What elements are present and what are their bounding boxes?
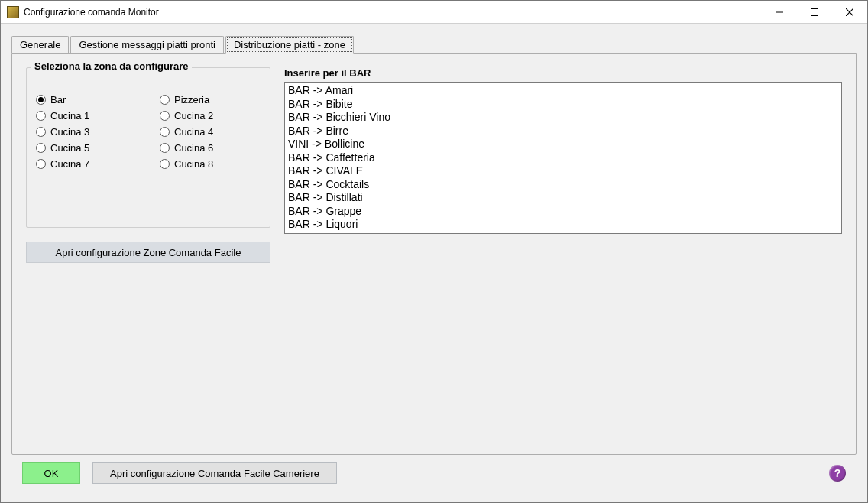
radio-cucina-8[interactable]: Cucina 8 xyxy=(160,158,261,170)
radio-label: Cucina 1 xyxy=(50,110,89,122)
radio-label: Cucina 3 xyxy=(50,126,89,138)
radio-cucina-5[interactable]: Cucina 5 xyxy=(36,142,137,154)
radio-dot-icon xyxy=(36,159,46,169)
close-button[interactable] xyxy=(832,1,867,23)
title-bar: Configurazione comanda Monitor xyxy=(1,1,867,24)
radio-label: Cucina 4 xyxy=(174,126,213,138)
radio-label: Cucina 7 xyxy=(50,158,89,170)
radio-dot-icon xyxy=(160,143,170,153)
radio-cucina-1[interactable]: Cucina 1 xyxy=(36,110,137,122)
radio-dot-icon xyxy=(36,95,46,105)
list-item[interactable]: BAR -> Amari xyxy=(288,84,838,98)
button-label: Apri configurazione Comanda Facile Camer… xyxy=(110,468,319,479)
zone-legend: Seleziona la zona da configurare xyxy=(31,60,192,72)
tab-generale[interactable]: Generale xyxy=(11,36,69,53)
radio-label: Pizzeria xyxy=(174,94,209,105)
button-label: Apri configurazione Zone Comanda Facile xyxy=(56,247,241,258)
list-item[interactable]: BAR -> Grappe xyxy=(288,205,838,219)
list-item[interactable]: BAR -> Bibite xyxy=(288,98,838,112)
minimize-button[interactable] xyxy=(762,1,797,23)
help-glyph: ? xyxy=(834,467,841,479)
ok-button[interactable]: OK xyxy=(22,462,80,484)
tabs: Generale Gestione messaggi piatti pronti… xyxy=(11,34,857,53)
categories-listbox[interactable]: BAR -> AmariBAR -> BibiteBAR -> Bicchier… xyxy=(284,82,842,234)
radio-label: Cucina 5 xyxy=(50,142,89,154)
radio-cucina-3[interactable]: Cucina 3 xyxy=(36,126,137,138)
list-item[interactable]: BAR -> CIVALE xyxy=(288,164,838,178)
help-icon[interactable]: ? xyxy=(829,465,846,482)
app-icon xyxy=(7,6,19,18)
button-label: OK xyxy=(44,468,59,479)
list-item[interactable]: BAR -> Cocktails xyxy=(288,178,838,192)
open-waiter-config-button[interactable]: Apri configurazione Comanda Facile Camer… xyxy=(92,462,337,484)
list-item[interactable]: VINI -> Bollicine xyxy=(288,138,838,151)
radio-dot-icon xyxy=(160,159,170,169)
open-zone-config-button[interactable]: Apri configurazione Zone Comanda Facile xyxy=(26,242,270,263)
radio-cucina-6[interactable]: Cucina 6 xyxy=(160,142,261,154)
radio-dot-icon xyxy=(36,143,46,153)
list-item[interactable]: BAR -> Bicchieri Vino xyxy=(288,111,838,125)
window-title: Configurazione comanda Monitor xyxy=(24,7,159,18)
radio-dot-icon xyxy=(160,111,170,121)
list-item[interactable]: BAR -> Distillati xyxy=(288,191,838,205)
tab-panel: Seleziona la zona da configurare Bar Piz… xyxy=(11,53,857,455)
maximize-button[interactable] xyxy=(797,1,832,23)
radio-pizzeria[interactable]: Pizzeria xyxy=(160,94,261,105)
zone-groupbox: Seleziona la zona da configurare Bar Piz… xyxy=(26,67,270,228)
svg-rect-1 xyxy=(811,8,818,15)
radio-cucina-2[interactable]: Cucina 2 xyxy=(160,110,261,122)
radio-label: Cucina 6 xyxy=(174,142,213,154)
tab-gestione-messaggi[interactable]: Gestione messaggi piatti pronti xyxy=(70,36,223,53)
radio-dot-icon xyxy=(36,127,46,137)
radio-label: Cucina 2 xyxy=(174,110,213,122)
radio-dot-icon xyxy=(160,127,170,137)
list-item[interactable]: BAR -> Caffetteria xyxy=(288,151,838,165)
radio-bar[interactable]: Bar xyxy=(36,94,137,105)
radio-cucina-7[interactable]: Cucina 7 xyxy=(36,158,137,170)
tab-distribuzione-piatti-zone[interactable]: Distribuzione piatti - zone xyxy=(225,36,354,54)
radio-label: Bar xyxy=(50,94,66,105)
radio-cucina-4[interactable]: Cucina 4 xyxy=(160,126,261,138)
list-item[interactable]: BAR -> Liquori xyxy=(288,218,838,232)
radio-dot-icon xyxy=(160,95,170,105)
list-item[interactable]: BAR -> Birre xyxy=(288,125,838,138)
radio-label: Cucina 8 xyxy=(174,158,213,170)
radio-dot-icon xyxy=(36,111,46,121)
listbox-label: Inserire per il BAR xyxy=(284,67,842,79)
